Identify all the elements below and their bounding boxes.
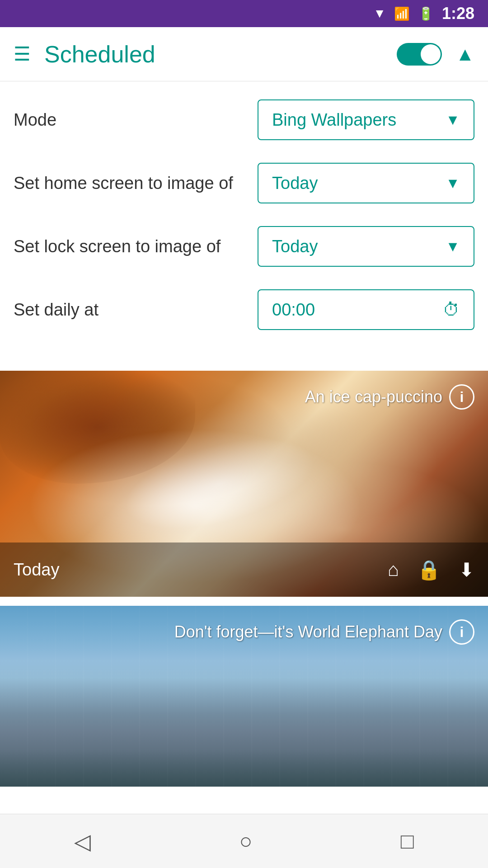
card-actions-1: ⌂ 🔒 ⬇ [388, 559, 474, 581]
daily-at-label: Set daily at [14, 300, 258, 320]
home-screen-row: Set home screen to image of Today ▼ [14, 163, 474, 203]
card-title-2: Don't forget—it's World Elephant Day [174, 623, 442, 642]
status-icons: ▼ 📶 🔋 1:28 [373, 4, 474, 23]
card-info-overlay-2: Don't forget—it's World Elephant Day i [174, 619, 474, 645]
recent-icon: □ [401, 829, 414, 854]
wifi-icon: ▼ [373, 6, 386, 21]
navigation-bar: ◁ ○ □ [0, 814, 488, 868]
scheduled-toggle[interactable] [397, 43, 442, 66]
lock-screen-row: Set lock screen to image of Today ▼ [14, 226, 474, 267]
home-screen-dropdown[interactable]: Today ▼ [258, 163, 474, 203]
home-button[interactable]: ○ [230, 820, 261, 863]
status-time: 1:28 [442, 4, 474, 23]
menu-icon[interactable]: ☰ [14, 43, 31, 65]
back-icon: ◁ [74, 829, 91, 854]
card-title-1: An ice cap-puccino [305, 387, 442, 406]
download-icon[interactable]: ⬇ [459, 559, 474, 581]
home-nav-icon: ○ [239, 829, 252, 854]
status-bar: ▼ 📶 🔋 1:28 [0, 0, 488, 27]
card-bottom-1: Today ⌂ 🔒 ⬇ [0, 542, 488, 597]
info-button-2[interactable]: i [449, 619, 474, 645]
lock-screen-value: Today [272, 237, 318, 256]
lock-screen-label: Set lock screen to image of [14, 237, 258, 256]
card-info-overlay-1: An ice cap-puccino i [305, 384, 474, 410]
battery-icon: 🔋 [418, 6, 434, 21]
chevron-up-icon[interactable]: ▲ [455, 43, 474, 65]
home-screen-value: Today [272, 174, 318, 193]
mode-label: Mode [14, 110, 258, 130]
mode-dropdown-arrow: ▼ [446, 112, 460, 128]
lock-screen-dropdown-arrow: ▼ [446, 238, 460, 255]
lock-screen-dropdown[interactable]: Today ▼ [258, 226, 474, 267]
home-screen-dropdown-arrow: ▼ [446, 175, 460, 192]
info-button-1[interactable]: i [449, 384, 474, 410]
top-bar: ☰ Scheduled ▲ [0, 27, 488, 81]
page-title: Scheduled [44, 41, 397, 68]
mode-dropdown[interactable]: Bing Wallpapers ▼ [258, 99, 474, 140]
settings-container: Mode Bing Wallpapers ▼ Set home screen t… [0, 81, 488, 371]
mode-value: Bing Wallpapers [272, 110, 396, 130]
set-home-icon[interactable]: ⌂ [388, 559, 399, 580]
home-screen-label: Set home screen to image of [14, 174, 258, 193]
recent-button[interactable]: □ [392, 820, 423, 863]
image-card-today: An ice cap-puccino i Today ⌂ 🔒 ⬇ [0, 371, 488, 597]
clock-icon: ⏱ [443, 300, 460, 320]
image-card-elephant: Don't forget—it's World Elephant Day i [0, 606, 488, 787]
time-picker[interactable]: 00:00 ⏱ [258, 289, 474, 330]
back-button[interactable]: ◁ [65, 820, 100, 863]
daily-at-row: Set daily at 00:00 ⏱ [14, 289, 474, 330]
mode-row: Mode Bing Wallpapers ▼ [14, 99, 474, 140]
card-date-label-1: Today [14, 560, 388, 580]
set-lock-icon[interactable]: 🔒 [417, 559, 441, 581]
signal-icon: 📶 [394, 6, 410, 21]
time-value: 00:00 [272, 300, 315, 320]
